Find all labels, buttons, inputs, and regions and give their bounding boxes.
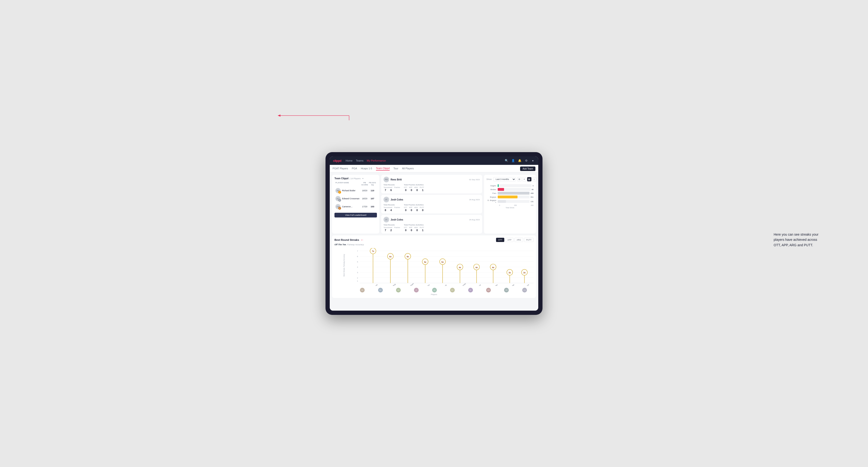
arrow-icon: ← — [361, 238, 364, 242]
list-icon[interactable]: ≡ — [522, 177, 526, 181]
svg-text:1: 1 — [357, 280, 358, 282]
col-avg-header: PB AVG SQ — [369, 182, 376, 186]
table-row[interactable]: CM 3 Cameron... 17/20 103 — [335, 203, 377, 210]
svg-text:6: 6 — [357, 255, 358, 257]
streak-chart-container: Best Streak, Fairway Accuracy 7 6 5 — [335, 248, 533, 286]
rounds-values: 7 6 — [383, 189, 400, 191]
x-axis-title: Total Shots — [486, 207, 533, 209]
filter-putt-button[interactable]: PUTT — [524, 238, 533, 242]
card-header-1: RB Rees Britt 02 Sep 2023 — [383, 177, 480, 182]
practice-activities-group-2: Total Practice Activities OTT APP ARG PU… — [404, 204, 425, 212]
list-item: DF — [461, 288, 479, 292]
practice-activities-group-3: Total Practice Activities OTT APP ARG PU… — [404, 224, 425, 231]
rounds-values-3: 7 2 — [383, 229, 400, 231]
nav-icon-group: 🔍 👤 🔔 ⚙ ● — [504, 158, 535, 163]
card-header-2: JC Josh Coles 26 Aug 2023 — [383, 197, 480, 203]
bar-track-pars — [498, 192, 530, 195]
player-card-2: JC Josh Coles 26 Aug 2023 Total Rounds T… — [381, 195, 482, 214]
pb-score-3: 17/20 — [361, 206, 369, 208]
top-section: Team Clippd | 14 Players ✏ PLAYER NAME P… — [332, 175, 536, 234]
practice-sub-headers: OTT APP ARG PUTT — [404, 187, 425, 188]
bar-row-birdies: Birdies 96 — [486, 188, 533, 191]
sub-nav-hcaps[interactable]: Hcaps 1-5 — [361, 167, 372, 170]
player-count: | 14 Players — [349, 177, 361, 180]
view-full-leaderboard-button[interactable]: View Full Leaderboard — [335, 213, 377, 217]
list-item: BM — [371, 288, 389, 292]
sub-nav-pgat[interactable]: PGAT Players — [333, 167, 348, 170]
col-player-header: PLAYER NAME — [335, 182, 361, 186]
bar-track-birdies — [498, 188, 531, 191]
bar-fill-bogeys — [498, 195, 518, 198]
chart-subtitle: Off The Tee, Fairway Accuracy — [335, 243, 533, 246]
rank-badge-2: 2 — [338, 199, 341, 201]
svg-text:M. Miller: M. Miller — [492, 283, 498, 286]
sub-nav-pga[interactable]: PGA — [352, 167, 357, 170]
filter-ott-button[interactable]: OTT — [496, 238, 504, 242]
x-axis: 0 200 400 — [486, 205, 533, 206]
avatar: EC 2 — [335, 196, 341, 201]
user-icon[interactable]: 👤 — [511, 158, 515, 163]
x-label-200: 200 — [514, 205, 517, 206]
search-icon[interactable]: 🔍 — [504, 158, 508, 163]
svg-text:7: 7 — [357, 250, 358, 252]
edit-icon[interactable]: ✏ — [362, 177, 364, 180]
card-name-3: Josh Coles — [391, 218, 403, 221]
bar-val-dbogeys: 131 — [530, 200, 533, 203]
practice-activities-group: Total Practice Activities OTT APP ARG PU… — [404, 184, 425, 191]
bell-icon[interactable]: 🔔 — [518, 158, 522, 163]
bar-val-bogeys: 311 — [530, 196, 533, 198]
table-icon[interactable]: ↕ — [532, 177, 536, 181]
filter-buttons: OTT APP ARG PUTT — [496, 238, 533, 242]
bar-fill-pars — [498, 192, 530, 195]
bar-fill-eagles — [498, 184, 499, 187]
avatar-icon[interactable]: ● — [531, 158, 535, 163]
filter-arg-button[interactable]: ARG — [515, 238, 523, 242]
svg-text:J. Coles: J. Coles — [424, 284, 430, 286]
rounds-label-2: Total Rounds — [383, 204, 400, 206]
sub-nav-team-clippd[interactable]: Team Clippd — [376, 167, 390, 170]
main-nav: clippd Home Teams My Performance 🔍 👤 🔔 ⚙… — [330, 156, 538, 165]
svg-text:4: 4 — [357, 266, 358, 268]
practice-values-3: 0 0 0 1 — [404, 229, 425, 231]
svg-text:B. McHerg: B. McHerg — [389, 283, 396, 286]
card-date-3: 26 Aug 2023 — [469, 219, 480, 221]
svg-text:4x: 4x — [459, 266, 461, 269]
show-select[interactable]: Last 3 monthsLast 6 monthsLast 12 months — [493, 177, 516, 181]
card-name-2: Josh Coles — [391, 198, 403, 201]
nav-home[interactable]: Home — [346, 159, 352, 162]
sub-nav-tour[interactable]: Tour — [394, 167, 398, 170]
avatar: JC — [414, 288, 418, 292]
bar-val-eagles: 3 — [533, 185, 533, 187]
bar-track-dbogeys — [498, 200, 530, 203]
nav-teams[interactable]: Teams — [356, 159, 364, 162]
view-icons: ⊞ ≡ ▦ ↕ — [517, 177, 536, 181]
leaderboard-header: Team Clippd | 14 Players ✏ — [335, 177, 377, 180]
table-row[interactable]: EC 2 Edward Crossman 18/20 107 — [335, 195, 377, 203]
avatar: CQ — [522, 288, 527, 292]
player-avatars-row: EE BM DB JC RB EC — [335, 288, 533, 292]
y-axis-label: Best Streak, Fairway Accuracy — [343, 257, 345, 276]
list-item: CQ — [516, 288, 533, 292]
add-team-button[interactable]: Add Team — [520, 166, 535, 171]
filter-app-button[interactable]: APP — [505, 238, 514, 242]
tablet-screen: clippd Home Teams My Performance 🔍 👤 🔔 ⚙… — [330, 156, 538, 311]
total-rounds-group: Total Rounds Tournament Practice 7 6 — [383, 184, 400, 191]
table-row[interactable]: RB 1 Richard Butler 19/20 110 — [335, 187, 377, 194]
x-label-0: 0 — [499, 205, 500, 206]
practice-values: 0 0 0 1 — [404, 189, 425, 191]
grid-icon[interactable]: ⊞ — [517, 177, 522, 181]
leaderboard-title: Team Clippd — [335, 177, 348, 180]
streak-svg: 7 6 5 4 3 2 1 7x E. Ewert — [335, 248, 533, 286]
practice-label-3: Total Practice Activities — [404, 224, 425, 226]
nav-performance[interactable]: My Performance — [367, 159, 386, 162]
sub-nav-all-players[interactable]: All Players — [402, 167, 414, 170]
sub-nav: PGAT Players PGA Hcaps 1-5 Team Clippd T… — [330, 165, 538, 173]
pb-score-1: 19/20 — [361, 189, 369, 192]
svg-text:2: 2 — [357, 277, 358, 279]
svg-text:7x: 7x — [372, 250, 374, 252]
settings-icon[interactable]: ⚙ — [524, 158, 528, 163]
svg-text:E. Ewert: E. Ewert — [372, 284, 378, 286]
svg-text:5x: 5x — [424, 261, 427, 263]
chart-icon[interactable]: ▦ — [527, 177, 531, 181]
rounds-label-3: Total Rounds — [383, 224, 400, 226]
